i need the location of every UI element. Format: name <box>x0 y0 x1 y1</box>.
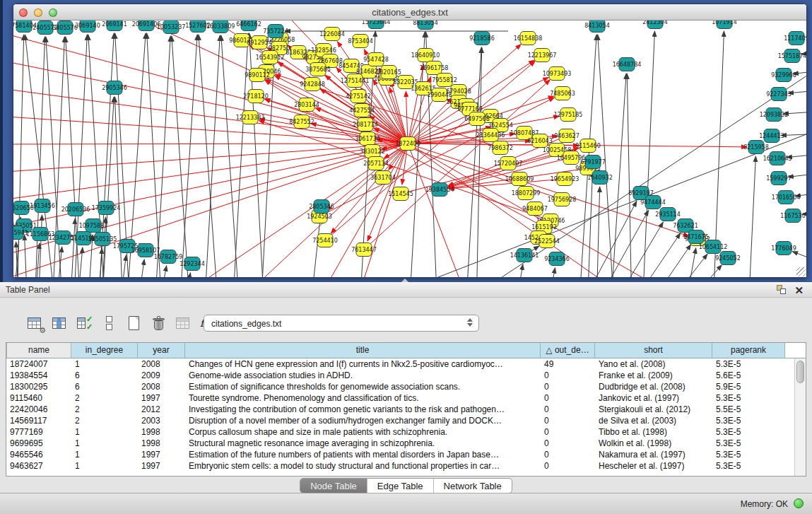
table-cell[interactable]: Dudbridge et al. (2008) <box>595 381 712 392</box>
graph-node[interactable]: 7613447 <box>351 243 377 257</box>
table-scrollbar-thumb[interactable] <box>796 361 804 383</box>
graph-node[interactable]: 19384554 <box>425 183 454 197</box>
table-cell[interactable]: 1998 <box>138 438 185 449</box>
graph-node[interactable]: 16648784 <box>613 58 642 71</box>
table-cell[interactable]: 2003 <box>138 415 185 426</box>
graph-node[interactable]: 16210643 <box>763 152 792 165</box>
graph-edge[interactable] <box>681 265 722 277</box>
table-cell[interactable]: 0 <box>541 460 595 472</box>
graph-edge[interactable] <box>13 31 408 144</box>
graph-node[interactable]: 1292344 <box>180 257 205 271</box>
table-cell[interactable]: Investigating the contribution of common… <box>185 404 541 415</box>
table-cell[interactable]: Yano et al. (2008) <box>595 358 712 370</box>
table-cell[interactable]: 2 <box>71 392 138 404</box>
column-header-pagerank[interactable]: pagerank <box>712 343 785 358</box>
graph-node[interactable]: 1167530 <box>780 209 806 223</box>
graph-node[interactable]: 18807299 <box>512 187 541 200</box>
graph-node[interactable]: 7986372 <box>488 141 513 155</box>
graph-node[interactable]: 7254410 <box>312 234 338 247</box>
network-graph[interactable]: 1872400986012889129541222605898275016543… <box>13 21 806 277</box>
graph-edge[interactable] <box>155 36 170 277</box>
graph-node[interactable]: 9115460 <box>575 139 601 153</box>
table-cell[interactable]: 5.3E-5 <box>712 449 785 460</box>
table-cell[interactable]: 2009 <box>138 370 185 381</box>
graph-edge[interactable] <box>408 141 531 144</box>
graph-node[interactable]: 10053237 <box>157 21 186 34</box>
graph-node[interactable]: 9329968 <box>771 69 796 82</box>
delete-table-icon[interactable] <box>149 314 169 334</box>
table-row[interactable]: 1456911722003Disruption of a novel membe… <box>6 415 794 426</box>
window-resize-grip[interactable] <box>796 267 806 276</box>
graph-node[interactable]: 9484067 <box>522 202 548 216</box>
graph-edge[interactable] <box>13 116 408 144</box>
graph-edge[interactable] <box>172 36 190 277</box>
graph-node[interactable]: 18640910 <box>411 49 440 62</box>
network-canvas[interactable]: 1872400986012889129541222605898275016543… <box>13 21 806 277</box>
close-panel-icon[interactable]: ✕ <box>794 284 804 297</box>
graph-node[interactable]: 8753404 <box>348 35 373 48</box>
graph-node[interactable]: 3069140 <box>75 21 100 33</box>
graph-edge[interactable] <box>13 144 408 144</box>
table-cell[interactable]: 1 <box>71 449 138 460</box>
table-select-dropdown[interactable]: citations_edges.txt <box>204 315 479 332</box>
table-cell[interactable]: Estimation of the future numbers of pati… <box>185 449 541 460</box>
table-row[interactable]: 911546021997Tourette syndrome. Phenomeno… <box>6 392 794 404</box>
table-cell[interactable]: 1997 <box>138 449 185 460</box>
graph-node[interactable]: 8215958 <box>743 141 769 154</box>
graph-edge[interactable] <box>642 31 654 277</box>
graph-edge[interactable] <box>102 97 114 277</box>
table-cell[interactable]: 19384554 <box>6 370 71 381</box>
graph-edge[interactable] <box>628 233 681 277</box>
table-scrollbar[interactable] <box>794 358 806 476</box>
table-cell[interactable]: 9463627 <box>6 460 71 472</box>
graph-node[interactable]: 8413054 <box>584 21 610 33</box>
table-cell[interactable]: 0 <box>541 415 595 426</box>
column-header-title[interactable]: title <box>185 343 541 358</box>
table-cell[interactable]: 5.3E-5 <box>712 358 785 370</box>
graph-edge[interactable] <box>204 35 220 277</box>
graph-edge[interactable] <box>792 252 806 264</box>
table-cell[interactable]: Structural magnetic resonance image aver… <box>185 438 541 449</box>
graph-node[interactable]: 15723644 <box>362 21 391 29</box>
column-header-out-de-[interactable]: △ out_de… <box>541 343 595 358</box>
table-cell[interactable]: Genome-wide association studies in ADHD. <box>185 370 541 381</box>
table-cell[interactable]: Tibbo et al. (1998) <box>595 426 712 438</box>
graph-node[interactable]: 1226084 <box>319 28 345 41</box>
table-cell[interactable]: 6 <box>71 370 138 381</box>
table-row[interactable]: 946362711997Embryonic stem cells: a mode… <box>6 460 794 472</box>
table-cell[interactable]: 9777169 <box>6 426 71 438</box>
table-cell[interactable]: Wolkin et al. (1998) <box>595 438 712 449</box>
table-cell[interactable]: Changes of HCN gene expression and I(f) … <box>185 358 541 370</box>
graph-edge[interactable] <box>646 245 691 277</box>
row-options-icon[interactable] <box>100 314 119 334</box>
table-cell[interactable]: 14569117 <box>6 415 71 426</box>
table-cell[interactable]: 6 <box>71 381 138 392</box>
table-cell[interactable]: 49 <box>541 358 595 370</box>
graph-edge[interactable] <box>17 35 24 277</box>
table-cell[interactable]: 5.3E-5 <box>712 426 785 438</box>
table-row[interactable]: 1830029562008Estimation of significance … <box>6 381 794 392</box>
table-cell[interactable]: 5.5E-5 <box>712 404 785 415</box>
table-cell[interactable]: Estimation of significance thresholds fo… <box>185 381 541 392</box>
tab-network-table[interactable]: Network Table <box>434 479 512 493</box>
table-cell[interactable]: Stergiakouli et al. (2012) <box>595 404 712 415</box>
tab-edge-table[interactable]: Edge Table <box>367 479 434 493</box>
graph-edge[interactable] <box>119 255 126 277</box>
graph-edge[interactable] <box>579 201 637 277</box>
graph-node[interactable]: 15751874 <box>778 49 806 63</box>
table-cell[interactable]: 2008 <box>138 358 185 370</box>
table-cell[interactable]: 0 <box>541 381 595 392</box>
graph-node[interactable]: 1117403 <box>784 32 806 45</box>
graph-node[interactable]: 4275142 <box>346 90 371 103</box>
table-cell[interactable]: 2012 <box>138 404 185 415</box>
graph-edge[interactable] <box>147 33 162 277</box>
graph-edge[interactable] <box>137 259 144 277</box>
graph-node[interactable]: 1071914 <box>712 21 737 29</box>
graph-edge[interactable] <box>685 248 696 277</box>
graph-edge[interactable] <box>373 79 408 144</box>
graph-node[interactable]: 9547428 <box>363 53 389 66</box>
graph-edge[interactable] <box>180 35 197 277</box>
graph-edge[interactable] <box>781 134 806 135</box>
table-cell[interactable]: 5.6E-5 <box>712 370 785 381</box>
table-cell[interactable]: 18300295 <box>6 381 71 392</box>
